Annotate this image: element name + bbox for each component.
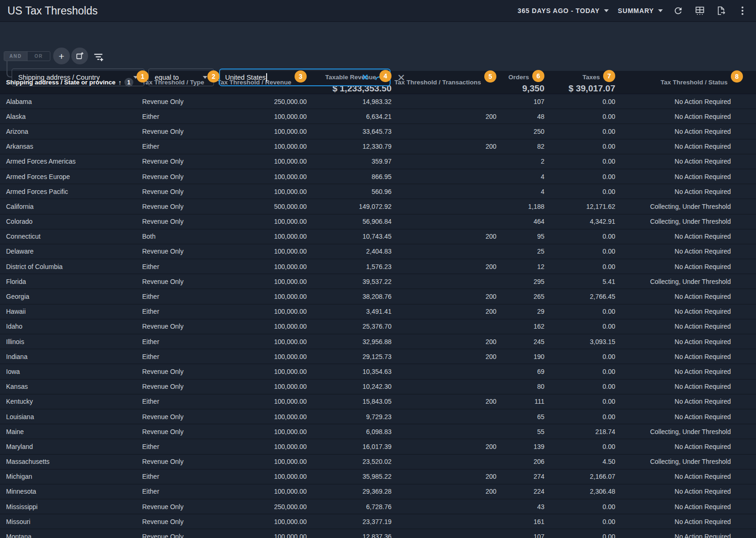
column-header-orders[interactable]: Orders 6 9,350 — [496, 71, 544, 94]
table-row[interactable]: DelawareRevenue Only100,000.002,404.8325… — [0, 244, 756, 259]
table-row[interactable]: ColoradoRevenue Only100,000.0056,906.844… — [0, 214, 756, 229]
table-cell: 0.00 — [544, 263, 615, 270]
table-cell: 100,000.00 — [219, 263, 307, 270]
table-row[interactable]: ArizonaRevenue Only100,000.0033,645.7325… — [0, 124, 756, 139]
table-cell: 0.00 — [544, 518, 615, 525]
table-cell: 38,208.76 — [307, 293, 392, 300]
table-row[interactable]: MississippiRevenue Only250,000.006,728.7… — [0, 499, 756, 514]
table-cell: 0.00 — [544, 443, 615, 450]
table-cell: Hawaii — [0, 308, 142, 315]
table-cell: Collecting, Under Threshold — [615, 218, 756, 225]
filter-value-text: United States — [225, 74, 266, 81]
add-filter-group-button[interactable] — [71, 48, 88, 64]
table-cell: Maine — [0, 428, 142, 435]
add-filter-button[interactable]: + — [53, 48, 70, 64]
filter-add-icon — [93, 51, 105, 63]
date-range-selector[interactable]: 365 DAYS AGO - TODAY — [518, 7, 609, 14]
table-cell: 0.00 — [544, 128, 615, 135]
and-or-toggle[interactable]: AND OR — [4, 51, 50, 61]
table-cell: No Action Required — [615, 248, 756, 255]
table-row[interactable]: FloridaRevenue Only100,000.0039,537.2229… — [0, 274, 756, 289]
table-cell: No Action Required — [615, 443, 756, 450]
table-row[interactable]: ConnecticutBoth100,000.0010,743.45200950… — [0, 229, 756, 244]
table-cell: 0.00 — [544, 233, 615, 240]
column-header-threshold-status[interactable]: Tax Threshold / Status 8 — [615, 71, 756, 94]
table-cell: 100,000.00 — [219, 383, 307, 390]
table-row[interactable]: MassachusettsRevenue Only100,000.0023,52… — [0, 455, 756, 469]
table-cell: Armed Forces Pacific — [0, 188, 142, 195]
filter-field-select[interactable]: Shipping address / Country — [12, 69, 144, 86]
view-mode-label: SUMMARY — [618, 7, 654, 14]
filter-field-value: Shipping address / Country — [18, 74, 100, 81]
table-row[interactable]: HawaiiEither100,000.003,491.41200290.00N… — [0, 304, 756, 319]
table-row[interactable]: Armed Forces EuropeRevenue Only100,000.0… — [0, 169, 756, 184]
table-cell: 29,125.73 — [307, 353, 392, 360]
column-header-taxes[interactable]: Taxes 7 $ 39,017.07 — [544, 71, 615, 94]
table-row[interactable]: MissouriRevenue Only100,000.0023,377.191… — [0, 514, 756, 529]
table-cell: 100,000.00 — [219, 413, 307, 421]
table-cell: Massachusetts — [0, 458, 142, 465]
table-view-button[interactable] — [694, 5, 706, 17]
or-segment[interactable]: OR — [27, 52, 50, 61]
filter-operator-value: equal to — [155, 74, 179, 81]
table-cell: 200 — [392, 233, 496, 240]
table-cell: 200 — [392, 143, 496, 150]
table-row[interactable]: Armed Forces AmericasRevenue Only100,000… — [0, 154, 756, 169]
table-row[interactable]: MaineRevenue Only100,000.006,098.8355218… — [0, 424, 756, 439]
table-cell: 250 — [496, 128, 544, 135]
column-total: $ 39,017.07 — [544, 83, 615, 94]
clear-value-icon[interactable]: ✕ — [362, 73, 369, 82]
table-row[interactable]: MontanaRevenue Only100,000.0012,837.3610… — [0, 529, 756, 538]
filter-operator-select[interactable]: equal to — [148, 69, 214, 86]
table-row[interactable]: ArkansasEither100,000.0012,330.79200820.… — [0, 139, 756, 154]
table-cell: 100,000.00 — [219, 128, 307, 135]
table-row[interactable]: MarylandEither100,000.0016,017.392001390… — [0, 439, 756, 454]
table-row[interactable]: IllinoisEither100,000.0032,956.882002453… — [0, 334, 756, 349]
table-cell: 200 — [392, 488, 496, 495]
table-cell: No Action Required — [615, 353, 756, 360]
table-row[interactable]: Armed Forces PacificRevenue Only100,000.… — [0, 184, 756, 199]
table-row[interactable]: MinnesotaEither100,000.0029,369.28200224… — [0, 484, 756, 499]
table-cell: 200 — [392, 473, 496, 480]
table-cell: No Action Required — [615, 338, 756, 345]
table-cell: 100,000.00 — [219, 293, 307, 300]
table-row[interactable]: IowaRevenue Only100,000.0010,354.63690.0… — [0, 364, 756, 379]
column-header-threshold-transactions[interactable]: Tax Threshold / Transactions 5 — [392, 71, 496, 94]
table-cell: Either — [142, 293, 219, 300]
table-row[interactable]: CaliforniaRevenue Only500,000.00149,072.… — [0, 199, 756, 214]
table-cell: Connecticut — [0, 233, 142, 240]
table-row[interactable]: KentuckyEither100,000.0015,843.052001110… — [0, 394, 756, 409]
export-button[interactable] — [715, 5, 727, 17]
table-cell: 161 — [496, 518, 544, 525]
add-quick-filter-button[interactable] — [91, 50, 106, 65]
refresh-button[interactable] — [672, 5, 684, 17]
table-cell: 55 — [496, 428, 544, 435]
table-row[interactable]: AlaskaEither100,000.006,634.21200480.00N… — [0, 109, 756, 124]
table-cell: Either — [142, 398, 219, 405]
chevron-down-icon — [203, 76, 207, 79]
table-row[interactable]: GeorgiaEither100,000.0038,208.762002652,… — [0, 289, 756, 304]
table-cell: 2,404.83 — [307, 248, 392, 255]
refresh-icon — [673, 6, 683, 16]
more-options-button[interactable] — [736, 5, 749, 17]
view-mode-selector[interactable]: SUMMARY — [618, 7, 663, 14]
table-cell: No Action Required — [615, 128, 756, 135]
table-cell: 100,000.00 — [219, 188, 307, 195]
remove-filter-button[interactable]: ✕ — [397, 73, 405, 83]
table-cell: Revenue Only — [142, 533, 219, 538]
table-row[interactable]: LouisianaRevenue Only100,000.009,729.236… — [0, 409, 756, 424]
table-cell: 100,000.00 — [219, 458, 307, 465]
table-cell: Arkansas — [0, 143, 142, 150]
table-row[interactable]: District of ColumbiaEither100,000.001,57… — [0, 259, 756, 274]
table-cell: 0.00 — [544, 413, 615, 421]
table-cell: Collecting, Under Threshold — [615, 428, 756, 435]
table-row[interactable]: KansasRevenue Only100,000.0010,242.30800… — [0, 379, 756, 394]
table-cell: No Action Required — [615, 488, 756, 495]
table-row[interactable]: IndianaEither100,000.0029,125.732001900.… — [0, 349, 756, 364]
table-cell: 82 — [496, 143, 544, 150]
column-number-badge: 8 — [731, 70, 743, 83]
table-row[interactable]: IdahoRevenue Only100,000.0025,376.701620… — [0, 319, 756, 334]
and-segment[interactable]: AND — [4, 52, 27, 61]
table-row[interactable]: AlabamaRevenue Only250,000.0014,983.3210… — [0, 94, 756, 109]
table-row[interactable]: MichiganEither100,000.0035,985.222002742… — [0, 469, 756, 484]
